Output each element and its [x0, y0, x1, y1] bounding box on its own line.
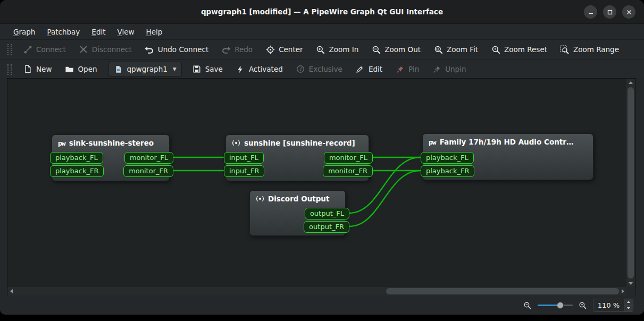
pin-button[interactable]: Pin	[389, 62, 425, 77]
node-title: sink-sunshine-stereo	[69, 139, 154, 147]
port-playback_FR[interactable]: playback_FR	[50, 165, 104, 177]
window-controls	[584, 0, 635, 23]
exclusive-icon: f	[296, 64, 305, 74]
patchbay-select-value: qpwgraph1	[127, 65, 168, 73]
patchbay-toolbar: New Open qpwgraph1 ▼ Save Activated	[0, 60, 644, 79]
monitor-speaker-icon	[256, 195, 264, 203]
connect-icon	[23, 45, 32, 54]
edit-pencil-icon	[355, 64, 365, 74]
spin-down-icon	[627, 307, 630, 309]
node-sunshine[interactable]: sunshine [sunshine-record] input_FL inpu…	[225, 134, 369, 181]
port-output_FR[interactable]: output_FR	[304, 221, 349, 233]
zoom-spin-up-button[interactable]	[624, 299, 633, 305]
zoom-reset-icon	[491, 45, 500, 54]
scroll-right-button[interactable]	[619, 287, 626, 295]
horizontal-scrollbar-thumb[interactable]	[386, 288, 619, 294]
zoom-range-icon	[560, 45, 570, 54]
redo-button[interactable]: Redo	[215, 42, 258, 57]
pipewire-logo-icon: pw	[429, 138, 436, 146]
new-button[interactable]: New	[17, 62, 57, 77]
zoom-slider-fill	[538, 305, 559, 306]
port-input_FL[interactable]: input_FL	[224, 152, 264, 164]
activated-button[interactable]: Activated	[230, 62, 289, 77]
window-title: qpwgraph1 [modified] — A PipeWire Graph …	[201, 7, 443, 16]
node-title: sunshine [sunshine-record]	[244, 139, 355, 147]
scroll-down-button[interactable]	[626, 280, 635, 287]
scroll-right-icon	[622, 289, 624, 293]
titlebar[interactable]: qpwgraph1 [modified] — A PipeWire Graph …	[0, 0, 644, 24]
maximize-icon	[607, 7, 613, 17]
maximize-button[interactable]	[603, 5, 616, 19]
zoom-in-small-icon	[579, 301, 587, 309]
patchbay-select-combobox[interactable]: qpwgraph1 ▼	[108, 62, 182, 77]
pipewire-logo-icon: pw	[58, 139, 65, 147]
disconnect-button[interactable]: Disconnect	[73, 42, 138, 57]
zoom-value[interactable]: 110 %	[593, 299, 624, 311]
app-window: qpwgraph1 [modified] — A PipeWire Graph …	[0, 0, 644, 315]
activated-lightning-icon	[236, 64, 245, 74]
zoom-slider[interactable]	[538, 301, 573, 309]
disconnect-icon	[79, 45, 88, 54]
zoom-out-button[interactable]: Zoom Out	[365, 42, 426, 57]
scroll-up-icon	[629, 81, 633, 84]
undo-icon	[145, 45, 154, 54]
node-family-hd-audio[interactable]: pw Family 17h/19h HD Audio Contr… playba…	[422, 133, 593, 180]
scroll-up-button[interactable]	[626, 79, 635, 86]
save-button[interactable]: Save	[186, 62, 229, 77]
port-playback_FL[interactable]: playback_FL	[50, 152, 103, 164]
statusbar: 110 %	[0, 295, 644, 315]
center-button[interactable]: Center	[260, 42, 308, 57]
zoom-slider-handle[interactable]	[557, 302, 564, 309]
graph-canvas[interactable]: pw sink-sunshine-stereo playback_FL play…	[7, 79, 626, 287]
horizontal-scrollbar[interactable]	[7, 287, 626, 295]
minimize-button[interactable]	[584, 5, 597, 19]
close-icon	[626, 7, 632, 17]
toolbar-drag-handle[interactable]	[7, 64, 12, 75]
vertical-scrollbar-thumb[interactable]	[628, 87, 634, 278]
unpin-button[interactable]: Unpin	[426, 62, 472, 77]
node-title: Family 17h/19h HD Audio Contr…	[440, 138, 574, 146]
undo-connect-button[interactable]: Undo Connect	[139, 42, 214, 57]
zoom-spin-down-button[interactable]	[624, 305, 633, 311]
node-discord-output[interactable]: Discord Output output_FL output_FR	[249, 190, 346, 236]
close-button[interactable]	[622, 5, 635, 19]
port-output_FL[interactable]: output_FL	[305, 208, 349, 219]
port-monitor_FL[interactable]: monitor_FL	[124, 152, 173, 164]
menu-edit[interactable]: Edit	[86, 24, 111, 39]
exclusive-button[interactable]: f Exclusive	[290, 62, 348, 77]
save-icon	[192, 64, 202, 74]
monitor-speaker-icon	[232, 139, 240, 147]
edit-button[interactable]: Edit	[349, 62, 388, 77]
menu-graph[interactable]: Graph	[7, 24, 41, 39]
port-monitor_FL[interactable]: monitor_FL	[324, 152, 373, 164]
toolbar-drag-handle[interactable]	[7, 44, 12, 55]
vertical-scrollbar[interactable]	[626, 79, 635, 287]
zoom-reset-button[interactable]: Zoom Reset	[485, 42, 553, 57]
scrollbar-corner	[626, 287, 635, 295]
connections-layer	[7, 79, 626, 287]
zoom-in-button[interactable]: Zoom In	[310, 42, 365, 57]
zoom-in-icon	[316, 45, 325, 54]
menubar: Graph Patchbay Edit View Help	[0, 24, 644, 40]
menu-help[interactable]: Help	[140, 24, 169, 39]
zoom-fit-button[interactable]: Zoom Fit	[428, 42, 484, 57]
connect-button[interactable]: Connect	[17, 42, 72, 57]
scroll-left-button[interactable]	[7, 287, 15, 295]
scroll-down-icon	[629, 282, 633, 285]
port-monitor_FR[interactable]: monitor_FR	[123, 165, 173, 177]
menu-view[interactable]: View	[112, 24, 140, 39]
chevron-down-icon: ▼	[173, 66, 177, 72]
port-monitor_FR[interactable]: monitor_FR	[323, 165, 373, 177]
center-icon	[265, 45, 275, 54]
port-playback_FR[interactable]: playback_FR	[421, 165, 474, 177]
svg-text:f: f	[299, 66, 303, 72]
open-button[interactable]: Open	[58, 62, 103, 77]
open-folder-icon	[64, 64, 74, 74]
port-playback_FL[interactable]: playback_FL	[421, 152, 474, 164]
zoom-range-button[interactable]: Zoom Range	[554, 42, 625, 57]
spin-up-icon	[627, 301, 630, 303]
zoom-spinbox[interactable]: 110 %	[593, 299, 633, 312]
menu-patchbay[interactable]: Patchbay	[41, 24, 86, 39]
node-sink-sunshine-stereo[interactable]: pw sink-sunshine-stereo playback_FL play…	[52, 134, 170, 181]
port-input_FR[interactable]: input_FR	[224, 165, 264, 177]
